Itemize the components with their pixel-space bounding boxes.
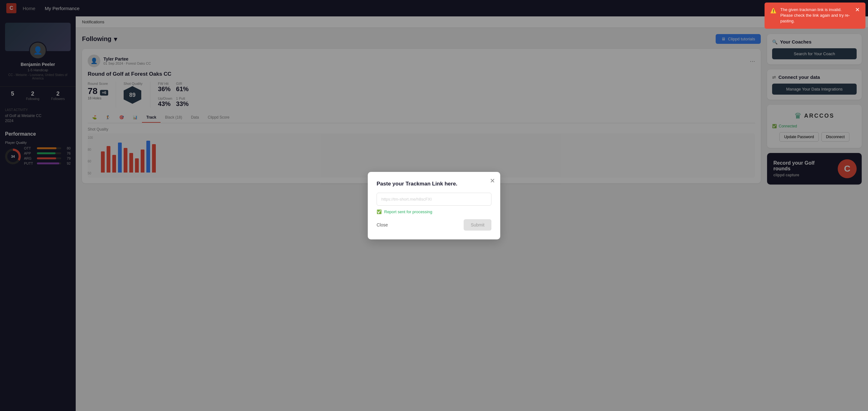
modal-actions: Close Submit (377, 219, 491, 230)
trackman-link-input[interactable] (377, 193, 491, 205)
modal-close-x-button[interactable]: ✕ (490, 177, 495, 185)
modal-success-message: ✅ Report sent for processing (377, 210, 491, 214)
toast-close-button[interactable]: ✕ (855, 7, 860, 12)
error-toast: ⚠️ The given trackman link is invalid. P… (765, 2, 866, 29)
warning-icon: ⚠️ (770, 7, 777, 14)
trackman-modal: Paste your Trackman Link here. ✕ ✅ Repor… (368, 172, 500, 240)
modal-title: Paste your Trackman Link here. (377, 181, 491, 187)
modal-overlay: Paste your Trackman Link here. ✕ ✅ Repor… (0, 0, 868, 411)
modal-submit-button[interactable]: Submit (464, 219, 491, 230)
success-icon: ✅ (377, 210, 382, 214)
toast-message: The given trackman link is invalid. Plea… (780, 7, 851, 24)
modal-close-button[interactable]: Close (377, 222, 388, 227)
success-text: Report sent for processing (384, 210, 432, 214)
